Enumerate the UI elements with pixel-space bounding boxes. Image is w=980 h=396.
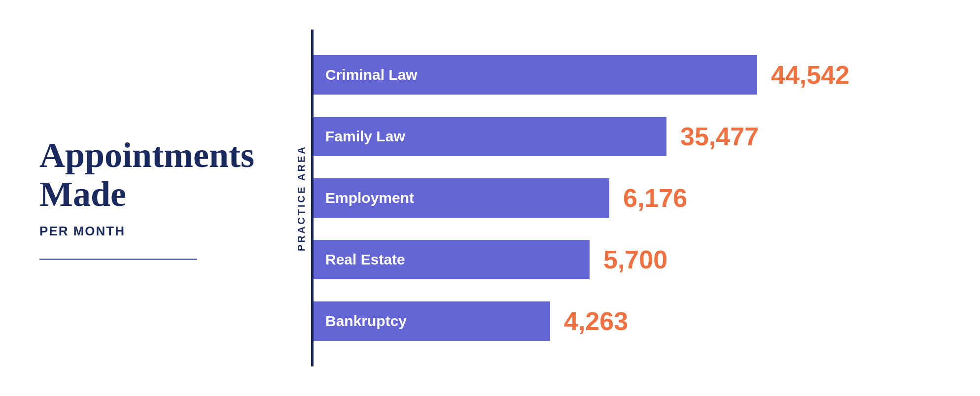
bar-row: Criminal Law44,542 <box>314 55 941 95</box>
bar-label: Family Law <box>325 128 405 145</box>
bar-label: Criminal Law <box>325 66 418 83</box>
bar-row: Employment6,176 <box>314 178 941 218</box>
bar-wrapper: Criminal Law <box>314 55 757 95</box>
bar-value: 35,477 <box>680 122 759 151</box>
bar-wrapper: Bankruptcy <box>314 301 550 341</box>
bars-container: Criminal Law44,542Family Law35,477Employ… <box>314 30 941 366</box>
bar-value: 4,263 <box>564 306 628 336</box>
y-axis-label: PRACTICE AREA <box>296 30 307 366</box>
title-divider <box>39 259 197 260</box>
bar: Real Estate <box>314 240 590 279</box>
bar: Bankruptcy <box>314 301 550 341</box>
chart-title: Appointments Made <box>39 136 266 214</box>
chart-area: PRACTICE AREA Criminal Law44,542Family L… <box>296 30 941 366</box>
left-panel: Appointments Made PER MONTH <box>39 136 296 260</box>
bar-value: 6,176 <box>623 183 687 213</box>
bar-wrapper: Real Estate <box>314 240 590 279</box>
bar-label: Real Estate <box>325 251 405 268</box>
bar: Criminal Law <box>314 55 757 95</box>
bar-row: Bankruptcy4,263 <box>314 301 941 341</box>
chart-subtitle: PER MONTH <box>39 224 266 239</box>
bar-wrapper: Employment <box>314 178 609 218</box>
bar-row: Real Estate5,700 <box>314 240 941 279</box>
bar-label: Bankruptcy <box>325 313 407 330</box>
bar-wrapper: Family Law <box>314 117 666 156</box>
bar-row: Family Law35,477 <box>314 117 941 156</box>
bar: Family Law <box>314 117 666 156</box>
bar-label: Employment <box>325 190 414 206</box>
bar: Employment <box>314 178 609 218</box>
main-container: Appointments Made PER MONTH PRACTICE ARE… <box>0 0 980 396</box>
bar-value: 44,542 <box>771 60 849 90</box>
bar-value: 5,700 <box>603 245 667 274</box>
